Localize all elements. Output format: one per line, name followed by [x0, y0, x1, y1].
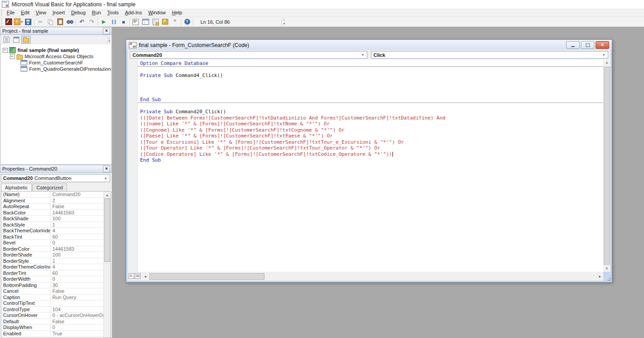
- insert-object-button[interactable]: ▾: [13, 17, 23, 26]
- menu-item-file[interactable]: File: [4, 9, 18, 16]
- restore-button[interactable]: [581, 41, 594, 49]
- tree-item[interactable]: Form_QuadroGeneraleDiPrenotazioneF: [1, 66, 111, 72]
- menu-item-help[interactable]: Help: [169, 9, 185, 16]
- close-button[interactable]: [596, 41, 609, 49]
- property-row[interactable]: BackShade100: [1, 216, 104, 222]
- collapse-icon[interactable]: [3, 48, 8, 53]
- scroll-right-icon[interactable]: ▸: [597, 273, 603, 280]
- break-button[interactable]: [109, 17, 119, 26]
- property-row[interactable]: BorderColor14461583: [1, 246, 104, 252]
- undo-button[interactable]: [77, 17, 87, 26]
- property-value[interactable]: 2: [51, 198, 104, 204]
- view-code-button[interactable]: [2, 36, 11, 44]
- tab-categorized[interactable]: Categorized: [32, 184, 67, 191]
- property-row[interactable]: Bevel0: [1, 240, 104, 246]
- project-explorer-button[interactable]: [141, 17, 150, 26]
- project-toolbar-overflow-icon[interactable]: [107, 35, 111, 44]
- property-value[interactable]: 0: [51, 325, 104, 330]
- property-value[interactable]: [51, 300, 104, 306]
- menu-item-insert[interactable]: Insert: [49, 9, 68, 16]
- toggle-folders-button[interactable]: [21, 36, 30, 44]
- property-row[interactable]: (Name)Command20: [1, 192, 104, 198]
- object-dropdown[interactable]: Command20 ▾: [130, 51, 367, 59]
- property-value[interactable]: 60: [51, 270, 104, 276]
- property-row[interactable]: BackStyle1: [1, 222, 104, 228]
- cut-button[interactable]: [35, 17, 45, 26]
- run-button[interactable]: [99, 17, 109, 26]
- scroll-up-icon[interactable]: ∧: [603, 60, 610, 66]
- property-value[interactable]: False: [51, 204, 104, 210]
- property-row[interactable]: BackThemeColorIndex4: [1, 228, 104, 234]
- property-value[interactable]: Command20: [51, 192, 104, 197]
- redo-button[interactable]: [87, 17, 97, 26]
- resize-grip-icon[interactable]: [606, 276, 611, 281]
- property-row[interactable]: EnabledTrue: [1, 331, 104, 337]
- property-value[interactable]: 104: [51, 307, 104, 312]
- properties-window-button[interactable]: [150, 17, 160, 26]
- toolbar-drag-handle-icon[interactable]: [1, 18, 2, 26]
- property-value[interactable]: 4: [51, 228, 104, 234]
- paste-button[interactable]: [55, 17, 65, 26]
- menu-item-debug[interactable]: Debug: [68, 9, 89, 16]
- menu-item-view[interactable]: View: [33, 9, 50, 16]
- toolbar-overflow-icon[interactable]: [281, 17, 286, 26]
- menu-drag-handle-icon[interactable]: [1, 9, 2, 16]
- property-value[interactable]: 14461583: [51, 210, 104, 216]
- property-value[interactable]: 0: [51, 276, 104, 282]
- property-row[interactable]: ControlTipText: [1, 300, 104, 307]
- scroll-down-icon[interactable]: ∨: [603, 265, 610, 272]
- property-row[interactable]: BorderTint60: [1, 270, 104, 277]
- menu-item-addins[interactable]: Add-Ins: [122, 9, 145, 16]
- scrollbar-thumb[interactable]: [104, 198, 110, 262]
- property-row[interactable]: ControlType104: [1, 307, 104, 313]
- menu-item-run[interactable]: Run: [89, 9, 104, 16]
- property-row[interactable]: BorderStyle1: [1, 258, 104, 265]
- collapse-icon[interactable]: [10, 54, 15, 59]
- tree-item[interactable]: Form_CustomerSearchF: [1, 60, 111, 66]
- property-row[interactable]: DisplayWhen0: [1, 325, 104, 331]
- property-value[interactable]: 0 - acCursorOnHoverDefau: [51, 312, 104, 318]
- property-row[interactable]: AutoRepeatFalse: [1, 204, 104, 210]
- property-value[interactable]: False: [51, 288, 104, 294]
- property-row[interactable]: CaptionRun Query: [1, 295, 104, 301]
- event-dropdown[interactable]: Click ▾: [371, 51, 609, 59]
- property-value[interactable]: 1: [51, 258, 104, 264]
- procedure-view-button[interactable]: [128, 273, 134, 279]
- reset-button[interactable]: [119, 17, 128, 26]
- property-row[interactable]: BackColor14461583: [1, 210, 104, 216]
- property-row[interactable]: BorderShade100: [1, 252, 104, 258]
- view-object-button[interactable]: [12, 36, 21, 44]
- property-value[interactable]: 1: [51, 222, 104, 228]
- menu-item-tools[interactable]: Tools: [104, 9, 122, 16]
- property-value[interactable]: 30: [51, 282, 104, 288]
- scroll-up-icon[interactable]: ▲: [104, 192, 111, 198]
- toolbox-button[interactable]: [170, 17, 180, 26]
- property-row[interactable]: BottomPadding30: [1, 282, 104, 289]
- property-value[interactable]: Run Query: [51, 295, 104, 300]
- find-button[interactable]: [65, 17, 75, 26]
- project-panel-close-icon[interactable]: ×: [103, 28, 110, 34]
- scrollbar-thumb[interactable]: [149, 273, 264, 280]
- property-value[interactable]: 0: [51, 240, 104, 246]
- help-button[interactable]: [182, 17, 192, 26]
- code-window-title-bar[interactable]: final sample - Form_CustomerSearchF (Cod…: [126, 40, 612, 50]
- property-row[interactable]: DefaultFalse: [1, 319, 104, 325]
- property-value[interactable]: 4: [51, 264, 104, 270]
- object-selector-combo[interactable]: Command20 CommandButton ▾: [1, 174, 110, 182]
- tab-alphabetic[interactable]: Alphabetic: [1, 184, 32, 192]
- property-value[interactable]: 100: [51, 216, 104, 222]
- scroll-left-icon[interactable]: ◂: [142, 273, 149, 280]
- property-row[interactable]: BorderThemeColorIndex4: [1, 264, 104, 270]
- menu-item-window[interactable]: Window: [145, 9, 169, 16]
- property-grid-scrollbar[interactable]: ▲: [103, 192, 111, 338]
- property-row[interactable]: BorderWidth0: [1, 276, 104, 282]
- tree-item[interactable]: final sample (final sample): [1, 47, 111, 53]
- minimize-button[interactable]: [566, 41, 580, 49]
- copy-button[interactable]: [45, 17, 55, 26]
- property-row[interactable]: BackTint60: [1, 234, 104, 240]
- object-browser-button[interactable]: [160, 17, 170, 26]
- menu-item-edit[interactable]: Edit: [18, 9, 33, 16]
- design-mode-button[interactable]: [131, 17, 141, 26]
- property-value[interactable]: False: [51, 319, 104, 325]
- property-row[interactable]: CursorOnHover0 - acCursorOnHoverDefau: [1, 312, 104, 319]
